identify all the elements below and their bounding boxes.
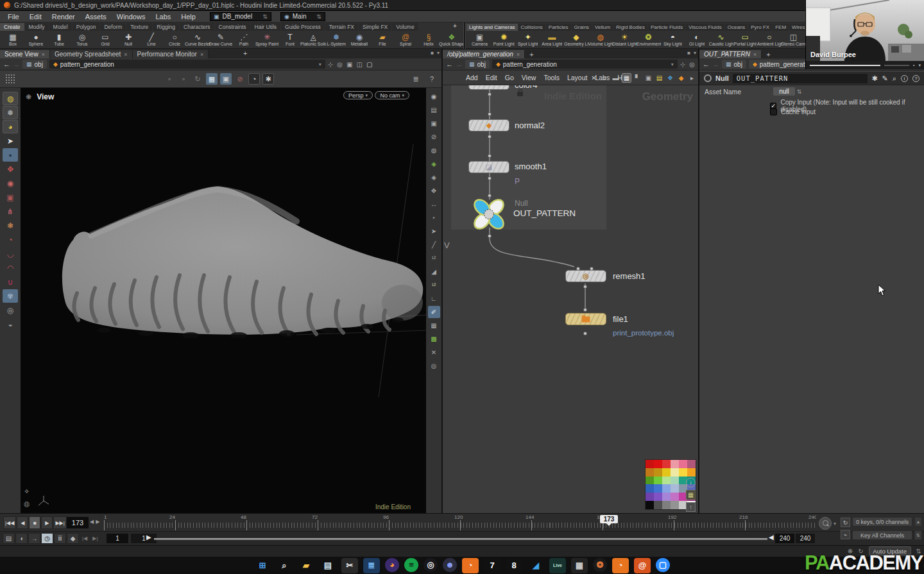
color-swatch[interactable] [662, 501, 671, 509]
shelf-tab[interactable]: Hair Utils [251, 23, 280, 31]
shelf-tab[interactable]: Rigging [153, 23, 179, 31]
shelf-tool[interactable]: T Font [278, 31, 302, 49]
tree-list-icon[interactable]: ≡ [600, 73, 610, 83]
node-file1[interactable] [565, 313, 606, 325]
select-arrow-icon[interactable]: ➤ [3, 134, 18, 148]
menu-item[interactable]: Tools [540, 73, 563, 82]
take-select[interactable]: ◉ Main ⇅ [280, 12, 325, 21]
constraint-tool-icon[interactable]: ◡ [3, 247, 18, 260]
range-step-left-icon[interactable]: |◀ [82, 536, 87, 541]
menu-item[interactable]: Render [47, 12, 80, 21]
color-swatch[interactable] [662, 468, 671, 477]
gear-star-icon[interactable]: ✱ [871, 74, 877, 83]
gear-icon[interactable]: ✱ [262, 73, 274, 85]
shelf-tool[interactable]: ▭ Grid [94, 31, 117, 49]
shelf-tab[interactable]: Deform [100, 23, 126, 31]
range-end-field[interactable]: 240 [775, 534, 794, 543]
shelf-tab[interactable]: Lights and Cameras [466, 24, 518, 31]
node-remesh1[interactable]: ◎ [565, 270, 606, 282]
mirror-off-icon[interactable]: ⊘ [234, 73, 246, 85]
vertex-markers-icon[interactable]: ◢ [428, 266, 440, 278]
white-square-icon[interactable]: ▢ [366, 61, 372, 68]
camera-link-icon[interactable]: ◫ [356, 61, 362, 68]
link-icon[interactable]: ↻ [192, 73, 203, 85]
shelf-tab[interactable]: Terrain FX [325, 23, 358, 31]
color-swatch[interactable] [671, 468, 679, 477]
prim-numbers-icon[interactable]: ¹² [428, 279, 440, 291]
menu-item[interactable]: File [3, 12, 24, 21]
info-icon[interactable]: i [901, 75, 908, 82]
node-color4[interactable] [468, 85, 509, 90]
tick-display-icon[interactable]: ⅲ [54, 533, 66, 544]
keys-caret-up-icon[interactable]: ▲ [914, 517, 922, 527]
grid-snap-icon[interactable]: ▦ [686, 490, 696, 500]
realtime-toggle-icon[interactable]: ◷ [41, 533, 53, 544]
search-icon[interactable]: ⌕ [893, 74, 896, 83]
color-swatch[interactable] [646, 468, 654, 477]
back-arrow-icon[interactable]: ← [703, 60, 710, 68]
color-swatch[interactable] [662, 484, 671, 493]
color-swatch[interactable] [679, 460, 687, 468]
key-all-stepper-icon[interactable]: ⇅ [914, 530, 922, 540]
node-normal2[interactable]: ◆ [468, 119, 509, 131]
quickmark-icon[interactable]: ◆ [676, 73, 686, 83]
shelf-tab[interactable]: Pyro FX [748, 24, 772, 31]
shelf-tool[interactable]: § Helix [417, 31, 440, 49]
shelf-tool[interactable]: ▮ Tube [47, 31, 71, 49]
timeline-zoom-icon[interactable] [819, 517, 832, 530]
pane-tab[interactable]: Performance Monitor × [133, 50, 209, 58]
add-pane-tab-button[interactable]: + [762, 51, 774, 58]
color-swatch[interactable] [654, 468, 662, 477]
timeline-ruler[interactable]: 124487296120144168192216240 173 [103, 514, 816, 532]
shelf-tab[interactable]: Particles [546, 24, 571, 31]
shelf-tool[interactable]: ● Sphere [24, 31, 47, 49]
desktop-select[interactable]: ▣ DB_model ⇅ [210, 12, 271, 21]
menu-item[interactable]: Windows [112, 12, 151, 21]
notepad-icon[interactable]: ▤ [320, 558, 336, 573]
shelf-tab[interactable]: Create [0, 23, 24, 31]
sculpt-tool-icon[interactable]: ◒ [3, 317, 18, 331]
expand-icon[interactable]: ▸ [687, 73, 697, 83]
shelf-tool[interactable]: ✎ Draw Curve [209, 31, 232, 49]
shelf-tool[interactable]: ∿ Curve Bezier [186, 31, 209, 49]
range-step-right-icon[interactable]: ▶| [92, 536, 98, 541]
dot-icon[interactable]: • [428, 212, 440, 224]
shelf-tool[interactable]: ▬ Area Light [540, 31, 564, 49]
shelf-tool[interactable]: ▭ Portal Light [733, 31, 757, 49]
shelf-tool[interactable]: ▰ File [371, 31, 394, 49]
shelf-tool[interactable]: ✦ Spot Light [516, 31, 540, 49]
shelf-tool[interactable]: ◆ Geometry Light [564, 31, 588, 49]
obs-icon[interactable]: ◎ [424, 558, 438, 572]
color-swatch[interactable] [687, 468, 696, 477]
pane-menu-caret-icon[interactable]: ▾ [694, 50, 696, 56]
menu-item[interactable]: Edit [482, 73, 501, 82]
globe-icon[interactable]: ◍ [24, 500, 30, 508]
shelf-tab[interactable]: Vellum [592, 24, 613, 31]
shelf-tab[interactable]: Constraints [215, 23, 250, 31]
color-swatch[interactable] [662, 460, 671, 468]
rig-tool-icon[interactable]: ⋔ [3, 205, 18, 218]
key-all-channels-button[interactable]: Key All Channels [852, 530, 912, 540]
path-caret-icon[interactable]: ▾ [671, 62, 674, 67]
color-swatch[interactable] [679, 468, 687, 477]
pin-constraint-tool-icon[interactable]: ◠ [3, 261, 18, 274]
flat-display-icon[interactable]: ▬ [611, 73, 620, 83]
color-swatch[interactable] [671, 484, 679, 493]
frame-fwd-icon[interactable]: ▶ [96, 519, 99, 525]
play-reverse-button[interactable]: ◀ [17, 516, 28, 529]
shelf-tab[interactable]: Modify [25, 23, 49, 31]
video-editor-icon[interactable]: ✂ [341, 558, 358, 573]
palette-icon[interactable]: ❖ [665, 73, 675, 83]
view-menu-icon[interactable]: ❋ [26, 93, 31, 101]
shelf-tool[interactable]: ✚ Null [117, 31, 140, 49]
point-numbers-icon[interactable]: ¹² [428, 252, 440, 264]
audio-icon[interactable]: ◖ [15, 533, 28, 544]
shelf-tool[interactable]: ◍ Volume Light [588, 31, 612, 49]
physics-tool-icon[interactable]: ◔ [3, 233, 18, 246]
cache-input-checkbox[interactable] [770, 108, 777, 115]
snapshot-icon[interactable]: ▤ [428, 104, 440, 116]
persp-view-button[interactable]: Persp ▾ [343, 91, 373, 99]
stepper-icon[interactable]: ⇅ [316, 13, 321, 20]
color-swatch[interactable] [687, 460, 696, 468]
pin-pane-icon[interactable]: ⊹ [328, 61, 333, 68]
